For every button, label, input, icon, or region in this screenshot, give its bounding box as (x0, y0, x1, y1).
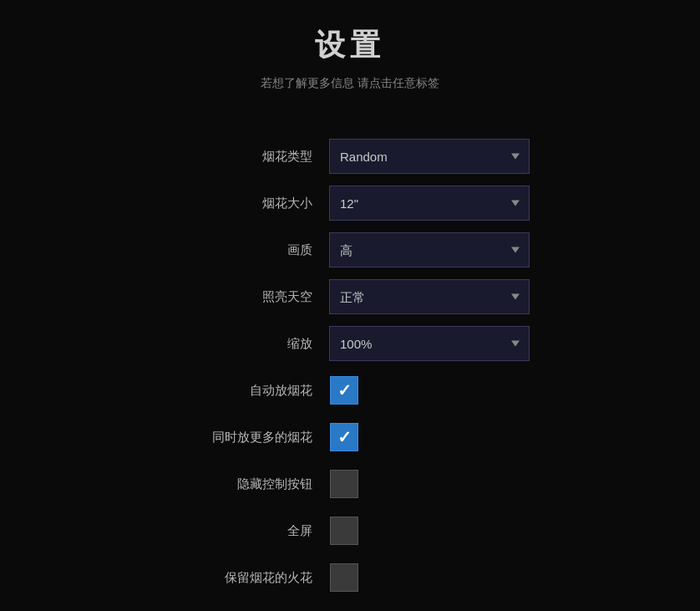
zoom-select[interactable]: 50% 75% 100% 125% 150% (329, 326, 530, 361)
launch-more-label: 同时放更多的烟花 (162, 414, 329, 461)
auto-launch-checkbox[interactable] (329, 375, 359, 405)
keep-sparks-control (329, 554, 538, 601)
zoom-wrapper: 50% 75% 100% 125% 150% (329, 326, 530, 361)
fullscreen-checkbox[interactable] (329, 516, 359, 546)
firework-size-label: 烟花大小 (162, 180, 329, 227)
hide-controls-checkbox[interactable] (329, 469, 359, 499)
illuminate-sky-wrapper: 关 低 正常 高 (329, 279, 530, 314)
firework-size-control: 8" 10" 12" 14" 16" (329, 180, 538, 227)
page-title: 设置 (315, 25, 385, 66)
keep-sparks-label: 保留烟花的火花 (162, 554, 329, 601)
firework-size-select[interactable]: 8" 10" 12" 14" 16" (329, 186, 530, 221)
zoom-label: 缩放 (162, 320, 329, 367)
auto-launch-control (329, 367, 538, 414)
illuminate-sky-select[interactable]: 关 低 正常 高 (329, 279, 530, 314)
hide-controls-unchecked-indicator (330, 470, 358, 498)
page-container: 设置 若想了解更多信息 请点击任意标签 烟花类型 Random Standard… (0, 0, 700, 611)
auto-launch-label: 自动放烟花 (162, 367, 329, 414)
launch-more-control (329, 414, 538, 461)
quality-control: 低 中 高 极高 (329, 227, 538, 273)
firework-type-control: Random Standard Sparkle Ring Chrysanthem… (329, 133, 538, 180)
quality-label: 画质 (162, 227, 329, 273)
illuminate-sky-label: 照亮天空 (162, 273, 329, 320)
fullscreen-unchecked-indicator (330, 517, 358, 545)
firework-type-label: 烟花类型 (162, 133, 329, 180)
fullscreen-control (329, 507, 538, 554)
firework-size-wrapper: 8" 10" 12" 14" 16" (329, 186, 530, 221)
firework-type-wrapper: Random Standard Sparkle Ring Chrysanthem… (329, 139, 530, 174)
quality-select[interactable]: 低 中 高 极高 (329, 232, 530, 267)
settings-grid: 烟花类型 Random Standard Sparkle Ring Chrysa… (162, 133, 538, 601)
keep-sparks-checkbox[interactable] (329, 563, 359, 593)
zoom-control: 50% 75% 100% 125% 150% (329, 320, 538, 367)
quality-wrapper: 低 中 高 极高 (329, 232, 530, 267)
hide-controls-label: 隐藏控制按钮 (162, 461, 329, 507)
fullscreen-label: 全屏 (162, 507, 329, 554)
keep-sparks-unchecked-indicator (330, 563, 358, 592)
launch-more-checkbox[interactable] (329, 422, 359, 452)
hide-controls-control (329, 461, 538, 507)
firework-type-select[interactable]: Random Standard Sparkle Ring Chrysanthem… (329, 139, 530, 174)
auto-launch-checked-indicator (330, 376, 358, 405)
illuminate-sky-control: 关 低 正常 高 (329, 273, 538, 320)
launch-more-checked-indicator (330, 423, 358, 451)
page-subtitle: 若想了解更多信息 请点击任意标签 (261, 76, 439, 91)
